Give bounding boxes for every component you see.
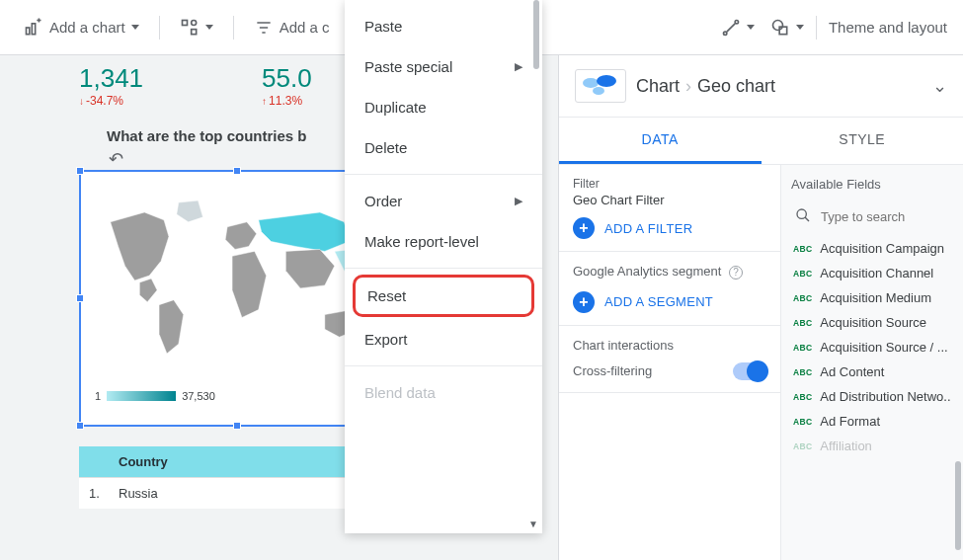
type-badge-icon: ABC [793, 318, 812, 328]
filter-sublabel: Geo Chart Filter [573, 193, 766, 207]
shape-icon [770, 18, 790, 38]
cross-filtering-toggle[interactable] [733, 362, 766, 380]
field-item[interactable]: ABCAcquisition Source [791, 310, 953, 335]
legend-gradient [107, 391, 176, 401]
field-label: Acquisition Source [820, 315, 926, 330]
menu-reset[interactable]: Reset [353, 275, 534, 317]
community-viz-button[interactable] [172, 12, 221, 43]
scorecard-value: 1,341 [79, 63, 143, 94]
field-label: Acquisition Medium [820, 290, 931, 305]
properties-panel: Chart›Geo chart ⌄ DATA STYLE Filter Geo … [558, 55, 963, 560]
chevron-down-icon[interactable]: ⌄ [932, 75, 947, 97]
type-badge-icon: ABC [793, 269, 812, 279]
plus-icon: + [573, 217, 595, 239]
config-column: Filter Geo Chart Filter + ADD A FILTER G… [559, 165, 780, 560]
field-label: Ad Content [820, 364, 884, 379]
menu-duplicate[interactable]: Duplicate [345, 87, 542, 127]
svg-point-9 [583, 78, 599, 88]
legend-min: 1 [95, 390, 101, 402]
scrollbar[interactable] [533, 0, 539, 69]
context-menu: Paste Paste special ▶ Duplicate Delete O… [345, 0, 542, 533]
scorecard-2[interactable]: 55.0 ↑ 11.3% [262, 63, 312, 108]
field-item[interactable]: ABCAcquisition Medium [791, 285, 953, 310]
menu-export[interactable]: Export [345, 319, 542, 360]
plus-icon: + [573, 291, 595, 313]
resize-handle[interactable] [76, 167, 84, 175]
add-segment-button[interactable]: + ADD A SEGMENT [573, 291, 766, 313]
svg-point-11 [593, 87, 604, 95]
search-icon [795, 207, 811, 226]
field-item[interactable]: ABCAcquisition Campaign [791, 236, 953, 261]
scorecard-change: ↑ 11.3% [262, 94, 312, 108]
theme-layout-button[interactable]: Theme and layout [821, 13, 955, 41]
chart-breadcrumb[interactable]: Chart›Geo chart ⌄ [559, 55, 963, 118]
interactions-label: Chart interactions [573, 338, 766, 353]
scroll-down-icon[interactable]: ▼ [524, 515, 542, 533]
svg-rect-2 [182, 20, 187, 25]
cross-filtering-label: Cross-filtering [573, 363, 652, 378]
field-item[interactable]: ABCAcquisition Channel [791, 261, 953, 285]
type-badge-icon: ABC [793, 417, 812, 427]
theme-layout-label: Theme and layout [829, 19, 947, 36]
chevron-down-icon [796, 25, 804, 30]
menu-paste-special[interactable]: Paste special ▶ [345, 46, 542, 87]
filter-icon [254, 18, 274, 38]
svg-rect-1 [32, 23, 35, 34]
add-chart-button[interactable]: Add a chart [16, 12, 147, 43]
scorecard-change: ↓ -34.7% [79, 94, 143, 108]
field-label: Affiliation [820, 439, 872, 453]
svg-point-6 [735, 20, 738, 23]
fields-search[interactable] [791, 203, 953, 236]
resize-handle[interactable] [76, 422, 84, 430]
toggle-knob [747, 360, 768, 382]
field-label: Acquisition Campaign [820, 241, 944, 256]
menu-order[interactable]: Order ▶ [345, 181, 542, 221]
type-badge-icon: ABC [793, 343, 812, 353]
line-tool-button[interactable] [713, 12, 762, 43]
field-item[interactable]: ABCAffiliation [791, 434, 953, 458]
type-badge-icon: ABC [793, 367, 812, 377]
resize-handle[interactable] [233, 422, 241, 430]
chart-type-thumb-icon [575, 69, 626, 103]
line-icon [721, 18, 741, 38]
world-map [91, 182, 383, 379]
shape-tool-button[interactable] [762, 12, 812, 43]
filter-label: Filter [573, 177, 766, 191]
panel-tabs: DATA STYLE [559, 118, 963, 165]
map-legend: 1 37,530 [91, 390, 383, 402]
type-badge-icon: ABC [793, 244, 812, 254]
svg-point-5 [723, 32, 726, 35]
tab-data[interactable]: DATA [559, 118, 762, 164]
svg-point-12 [797, 209, 806, 218]
add-control-label: Add a c [280, 19, 330, 36]
resize-handle[interactable] [233, 167, 241, 175]
scorecard-1[interactable]: 1,341 ↓ -34.7% [79, 63, 143, 108]
svg-point-7 [772, 20, 782, 30]
menu-make-report-level[interactable]: Make report-level [345, 221, 542, 262]
col-country[interactable]: Country [109, 446, 326, 477]
field-item[interactable]: ABCAd Format [791, 409, 953, 434]
tab-style[interactable]: STYLE [762, 118, 964, 164]
field-label: Ad Format [820, 414, 880, 429]
field-item[interactable]: ABCAd Distribution Netwo.. [791, 384, 953, 409]
field-item[interactable]: ABCAcquisition Source / ... [791, 335, 953, 360]
menu-blend-data: Blend data [345, 372, 542, 413]
svg-point-10 [597, 75, 616, 87]
chevron-right-icon: ▶ [515, 60, 522, 73]
add-filter-button[interactable]: + ADD A FILTER [573, 217, 766, 239]
help-icon[interactable]: ? [729, 266, 743, 280]
type-badge-icon: ABC [793, 441, 812, 451]
scrollbar[interactable] [955, 461, 961, 550]
menu-delete[interactable]: Delete [345, 127, 542, 168]
svg-rect-8 [779, 27, 787, 34]
field-item[interactable]: ABCAd Content [791, 360, 953, 384]
chevron-down-icon [205, 25, 213, 30]
breadcrumb-path: Chart›Geo chart [636, 76, 923, 97]
menu-paste[interactable]: Paste [345, 6, 542, 46]
fields-search-input[interactable] [821, 209, 949, 224]
add-chart-label: Add a chart [49, 19, 125, 36]
field-label: Acquisition Channel [820, 266, 933, 280]
arrow-up-icon: ↑ [262, 96, 267, 107]
resize-handle[interactable] [76, 294, 84, 302]
add-control-button[interactable]: Add a c [246, 12, 338, 43]
